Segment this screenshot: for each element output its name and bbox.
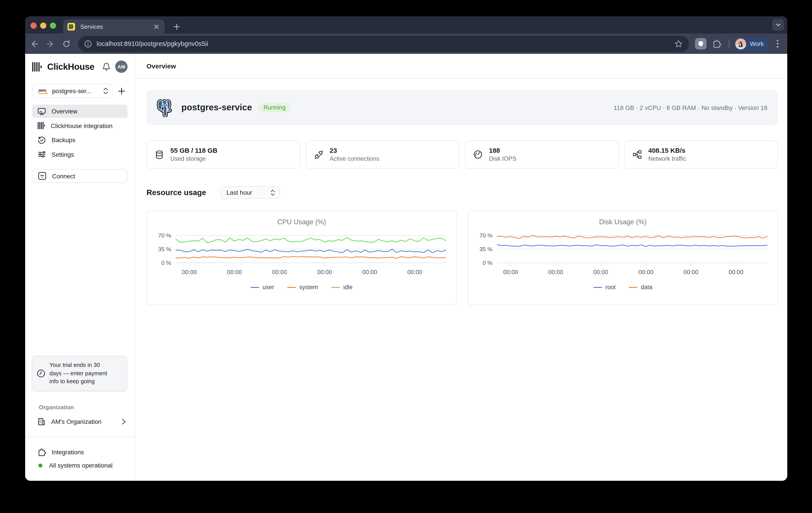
profile-button[interactable]: Work (734, 37, 769, 51)
tab-strip: Services (25, 16, 787, 33)
tab-title: Services (80, 23, 152, 30)
notifications-bell-icon[interactable] (102, 62, 111, 71)
service-name: postgres-service (181, 103, 252, 113)
svg-text:00:00: 00:00 (503, 269, 518, 276)
user-avatar[interactable]: AM (115, 60, 127, 73)
disk-usage-chart: Disk Usage (%) 0 %35 %70 %00:0000:0000:0… (468, 210, 778, 305)
organization-section-label: Organization (39, 404, 74, 410)
status-badge: Running (258, 103, 291, 112)
sidebar-item-label: Overview (52, 108, 78, 115)
clickhouse-bars-icon (37, 122, 45, 130)
connect-icon (38, 172, 46, 180)
legend-swatch (331, 287, 340, 288)
add-service-button[interactable] (115, 85, 127, 97)
svg-text:35 %: 35 % (480, 246, 493, 253)
chart-legend: usersystemidle (147, 284, 456, 290)
organization-item[interactable]: AM's Organization (32, 415, 127, 428)
browser-tab[interactable]: Services (63, 20, 165, 33)
legend-item-user[interactable]: user (251, 284, 274, 290)
new-tab-button[interactable] (171, 21, 182, 32)
app: ClickHouse AM aws postgres-ser... Overvi… (25, 54, 787, 481)
svg-text:00:00: 00:00 (272, 269, 287, 276)
stat-value: 23 (330, 146, 379, 154)
browser-menu-icon[interactable] (772, 37, 784, 50)
resource-usage-heading: Resource usage (146, 188, 206, 197)
overview-icon (37, 107, 46, 115)
status-text: All systems operational (49, 462, 113, 469)
stat-card-active-connections: 23 Active connections (306, 140, 459, 169)
page-title: Overview (146, 62, 176, 70)
sidebar-nav: Overview ClickHouse integration Backups … (32, 105, 127, 162)
time-range-select[interactable]: Last hour (221, 186, 280, 199)
sidebar-item-label: ClickHouse integration (51, 122, 113, 129)
sidebar-item-connect[interactable]: Connect (32, 169, 127, 183)
svg-text:00:00: 00:00 (317, 269, 332, 276)
sidebar-item-backups[interactable]: Backups (32, 133, 127, 147)
sidebar-divider (25, 437, 135, 437)
sidebar-item-label: Backups (52, 136, 75, 143)
main-body: postgres-service Running 118 GB · 2 vCPU… (135, 79, 787, 305)
aws-logo-icon: aws (37, 87, 48, 95)
extensions-puzzle-icon[interactable] (710, 37, 723, 50)
forward-icon[interactable] (44, 37, 57, 50)
trial-notice[interactable]: Your trial ends in 30 days — enter payme… (32, 356, 127, 391)
legend-label: data (641, 284, 652, 290)
sidebar-item-label: Settings (52, 151, 74, 158)
service-selector-row: aws postgres-ser... (32, 84, 127, 98)
legend-item-idle[interactable]: idle (331, 284, 353, 290)
svg-text:00:00: 00:00 (729, 269, 744, 276)
back-icon[interactable] (27, 37, 40, 50)
gauge-icon (473, 150, 483, 159)
svg-text:35 %: 35 % (158, 246, 171, 253)
disk-usage-plot[interactable]: 0 %35 %70 %00:0000:0000:0000:0000:0000:0… (468, 211, 779, 306)
system-status[interactable]: All systems operational (32, 459, 127, 472)
minimize-window-button[interactable] (40, 23, 46, 29)
chart-legend: rootdata (468, 284, 778, 290)
sidebar-item-overview[interactable]: Overview (32, 105, 127, 118)
integrations-puzzle-icon (37, 448, 46, 456)
zoom-window-button[interactable] (50, 23, 56, 29)
integrations-label: Integrations (52, 449, 84, 456)
sidebar-item-clickhouse-integration[interactable]: ClickHouse integration (32, 119, 127, 132)
shield-extension-icon[interactable] (695, 38, 706, 50)
svg-text:00:00: 00:00 (407, 269, 422, 276)
stat-card-disk-iops: 188 Disk IOPS (465, 140, 619, 169)
service-select[interactable]: aws postgres-ser... (32, 84, 113, 98)
legend-item-system[interactable]: system (287, 284, 318, 290)
clickhouse-logo-icon[interactable] (32, 62, 42, 71)
legend-label: system (299, 284, 318, 290)
main-content: Overview (135, 54, 787, 481)
bookmark-star-icon[interactable] (674, 39, 683, 48)
address-bar[interactable]: localhost:8910/postgres/pgkybgnv0s5ii (78, 35, 689, 52)
time-range-value: Last hour (226, 189, 270, 196)
svg-text:0 %: 0 % (483, 260, 493, 266)
stat-value: 408.15 KB/s (648, 146, 686, 154)
browser-toolbar: localhost:8910/postgres/pgkybgnv0s5ii Wo… (25, 33, 787, 54)
svg-text:00:00: 00:00 (684, 269, 699, 276)
legend-swatch (629, 287, 637, 288)
stat-label: Active connections (330, 155, 379, 163)
close-window-button[interactable] (30, 23, 37, 29)
sidebar-header: ClickHouse AM (32, 60, 127, 74)
sidebar-item-settings[interactable]: Settings (32, 148, 127, 161)
browser-window: Services localhost:8910/postgres/pgkybgn… (25, 16, 787, 481)
site-info-icon[interactable] (84, 40, 92, 48)
legend-label: idle (343, 284, 353, 290)
stat-label: Disk IOPS (489, 155, 517, 163)
backups-icon (37, 136, 46, 144)
sidebar-item-integrations[interactable]: Integrations (32, 446, 127, 459)
trial-notice-text: Your trial ends in 30 days — enter payme… (50, 361, 110, 386)
tab-close-icon[interactable] (152, 23, 160, 30)
reload-icon[interactable] (60, 37, 73, 50)
legend-item-data[interactable]: data (629, 284, 652, 290)
svg-text:70 %: 70 % (158, 232, 171, 239)
trial-clock-icon (37, 369, 46, 378)
legend-item-root[interactable]: root (593, 284, 616, 290)
tab-search-button[interactable] (772, 19, 784, 31)
toolbar-separator (729, 39, 729, 48)
charts-row: CPU Usage (%) 0 %35 %70 %00:0000:0000:00… (146, 210, 778, 305)
svg-text:00:00: 00:00 (227, 269, 242, 276)
cpu-usage-plot[interactable]: 0 %35 %70 %00:0000:0000:0000:0000:0000:0… (147, 211, 457, 306)
profile-name: Work (750, 40, 764, 47)
network-icon (632, 150, 642, 159)
